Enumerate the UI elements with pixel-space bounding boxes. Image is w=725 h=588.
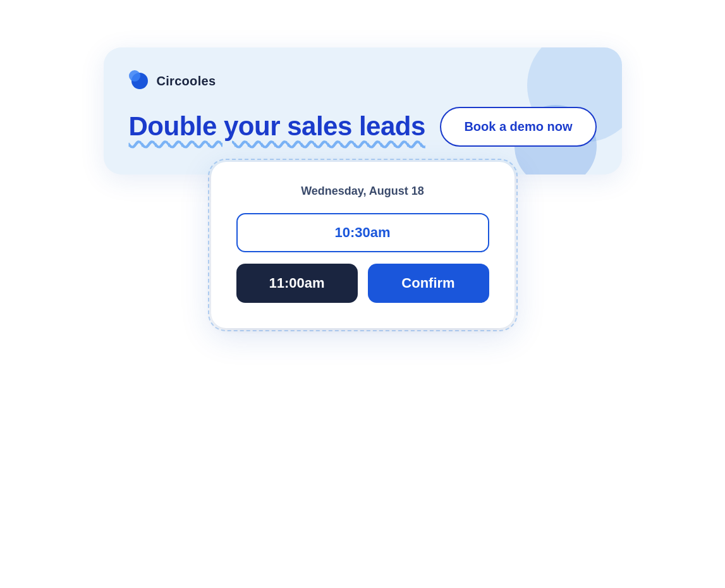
brand-logo-icon	[129, 70, 150, 92]
ad-card: Circooles Double your sales leads Book a…	[104, 47, 622, 175]
booking-date: Wednesday, August 18	[236, 185, 489, 198]
selected-time-slot[interactable]: 10:30am	[236, 213, 489, 252]
confirm-button[interactable]: Confirm	[368, 264, 489, 303]
alt-time-button[interactable]: 11:00am	[236, 264, 358, 303]
scene: Circooles Double your sales leads Book a…	[91, 47, 635, 541]
brand-name: Circooles	[157, 74, 216, 89]
ad-header: Circooles	[129, 70, 597, 92]
book-demo-button[interactable]: Book a demo now	[440, 107, 596, 147]
ad-headline: Double your sales leads	[129, 112, 425, 141]
booking-actions: 11:00am Confirm	[236, 264, 489, 303]
booking-card: Wednesday, August 18 10:30am 11:00am Con…	[211, 162, 515, 328]
logo-circle-small	[129, 70, 140, 82]
ad-body: Double your sales leads Book a demo now	[129, 107, 597, 147]
